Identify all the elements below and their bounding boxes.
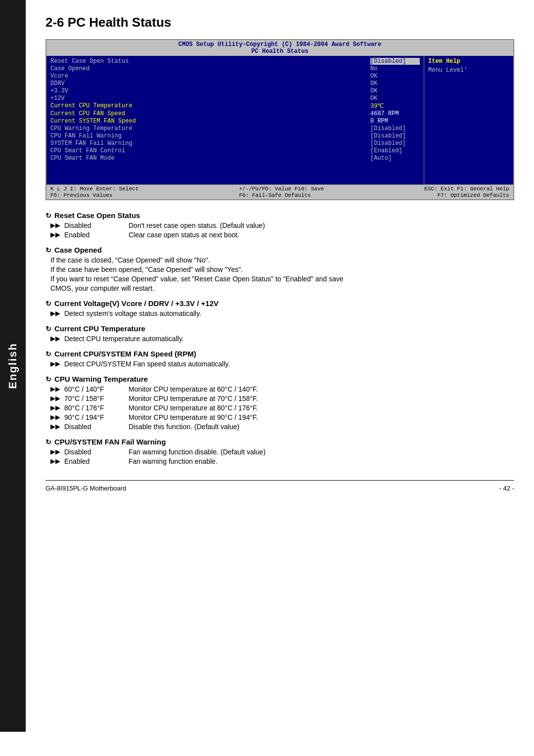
footer-col5: F6: Fail-Safe Defaults (239, 192, 311, 198)
section-item: ▶▶Detect CPU/SYSTEM Fan speed status aut… (50, 360, 514, 368)
page-title: 2-6 PC Health Status (45, 15, 514, 30)
footer-model: GA-8I915PL-G Motherboard (45, 485, 126, 492)
bios-row-value: [Enabled] (370, 147, 420, 154)
bios-row-label: CPU Smart FAN Mode (50, 155, 115, 162)
section-paragraph: If the case is closed, "Case Opened" wil… (50, 256, 514, 264)
item-help-text: Menu Level' (428, 67, 509, 74)
section-item: ▶▶DisabledDisable this function. (Defaul… (50, 423, 514, 431)
item-help-title: Item Help (428, 58, 509, 65)
bios-row-label: +12V (50, 95, 65, 102)
section-paragraph: If the case have been opened, "Case Open… (50, 266, 514, 273)
section-body: ▶▶60°C / 140°FMonitor CPU temperature at… (50, 385, 514, 431)
bios-row-label: Current SYSTEM FAN Speed (50, 118, 136, 125)
section-body: ▶▶Detect system's voltage status automat… (50, 310, 514, 317)
sections-container: Reset Case Open Status▶▶DisabledDon't re… (45, 211, 514, 465)
bios-right: Item Help Menu Level' (424, 56, 513, 184)
bios-row-label: Current CPU FAN Speed (50, 110, 125, 117)
section-item-desc: Monitor CPU temperature at 80°C / 176°F. (129, 404, 514, 412)
bios-row: +3.3VOK (50, 88, 420, 94)
section-item-desc: Fan warning function disable. (Default v… (129, 448, 514, 456)
section-current-fan-speed: Current CPU/SYSTEM FAN Speed (RPM)▶▶Dete… (45, 350, 514, 368)
section-body: ▶▶Detect CPU/SYSTEM Fan speed status aut… (50, 360, 514, 368)
section-item-desc: Fan warning function enable. (129, 457, 514, 465)
section-item-name: 60°C / 140°F (64, 385, 129, 393)
section-item: ▶▶90°C / 194°FMonitor CPU temperature at… (50, 413, 514, 421)
bios-body: Reset Case Open Status[Disabled]Case Ope… (46, 56, 513, 184)
section-body: ▶▶DisabledFan warning function disable. … (50, 448, 514, 465)
bios-row: Current CPU FAN Speed4687 RPM (50, 110, 420, 117)
section-title: Case Opened (45, 246, 514, 254)
bios-row: Current SYSTEM FAN Speed0 RPM (50, 118, 420, 125)
section-item: ▶▶EnabledFan warning function enable. (50, 457, 514, 465)
section-body: ▶▶Detect CPU temperature automatically. (50, 335, 514, 343)
section-item-desc: Detect system's voltage status automatic… (64, 310, 514, 317)
section-body: ▶▶DisabledDon't reset case open status. … (50, 222, 514, 239)
footer-page: - 42 - (499, 485, 514, 492)
section-item-arrow: ▶▶ (50, 423, 60, 431)
bios-row-label: Case Opened (50, 65, 89, 72)
section-item-name: Enabled (64, 457, 129, 465)
section-reset-case: Reset Case Open Status▶▶DisabledDon't re… (45, 211, 514, 239)
section-title-text: CPU Warning Temperature (54, 375, 148, 383)
section-item-arrow: ▶▶ (50, 404, 60, 412)
section-item-arrow: ▶▶ (50, 310, 60, 317)
section-title: Reset Case Open Status (45, 211, 514, 220)
section-title-text: Current Voltage(V) Vcore / DDRV / +3.3V … (54, 299, 219, 308)
section-current-voltage: Current Voltage(V) Vcore / DDRV / +3.3V … (45, 299, 514, 317)
section-item-desc: Monitor CPU temperature at 70°C / 158°F. (129, 395, 514, 402)
section-item: ▶▶80°C / 176°FMonitor CPU temperature at… (50, 404, 514, 412)
section-title: CPU Warning Temperature (45, 375, 514, 383)
section-item: ▶▶EnabledClear case open status at next … (50, 231, 514, 239)
bios-row-value: OK (370, 80, 420, 87)
section-cpu-warning-temp: CPU Warning Temperature▶▶60°C / 140°FMon… (45, 375, 514, 431)
bios-row-value: [Disabled] (370, 125, 420, 132)
bios-row-label: Current CPU Temperature (50, 102, 133, 110)
section-case-opened: Case OpenedIf the case is closed, "Case … (45, 246, 514, 292)
bios-row-label: Reset Case Open Status (50, 58, 129, 65)
bios-row-value: OK (370, 88, 420, 94)
bios-header: CMOS Setup Utility-Copyright (C) 1984-20… (46, 40, 513, 56)
section-item: ▶▶Detect CPU temperature automatically. (50, 335, 514, 343)
section-item: ▶▶Detect system's voltage status automat… (50, 310, 514, 317)
section-item: ▶▶DisabledDon't reset case open status. … (50, 222, 514, 229)
section-item-desc: Disable this function. (Default value) (129, 423, 514, 431)
sidebar-label: English (6, 343, 19, 389)
section-item-arrow: ▶▶ (50, 395, 60, 402)
section-title-text: CPU/SYSTEM FAN Fail Warning (54, 438, 166, 446)
footer-col3: ESC: Exit F1: General Help (424, 186, 509, 192)
bios-row: Current CPU Temperature39℃ (50, 102, 420, 110)
bios-row: CPU Smart FAN Mode[Auto] (50, 155, 420, 162)
footer-col6: F7: Optimized Defaults (438, 192, 509, 198)
section-item-arrow: ▶▶ (50, 448, 60, 456)
bios-header-line1: CMOS Setup Utility-Copyright (C) 1984-20… (46, 41, 513, 48)
footer-col1: K L J I: Move Enter: Select (50, 186, 138, 192)
section-current-cpu-temp: Current CPU Temperature▶▶Detect CPU temp… (45, 324, 514, 343)
section-item-name: Enabled (64, 231, 129, 239)
section-item: ▶▶70°C / 158°FMonitor CPU temperature at… (50, 395, 514, 402)
bios-header-line2: PC Health Status (46, 48, 513, 55)
bios-row: CPU FAN Fail Warning[Disabled] (50, 133, 420, 139)
bios-row: Case OpenedNo (50, 65, 420, 72)
bios-row-label: SYSTEM FAN Fail Warning (50, 140, 133, 147)
bios-row-value: [Disabled] (370, 140, 420, 147)
section-item-name: 70°C / 158°F (64, 395, 129, 402)
bios-row-label: CPU FAN Fail Warning (50, 133, 122, 139)
bios-row: CPU Smart FAN Control[Enabled] (50, 147, 420, 154)
page-footer: GA-8I915PL-G Motherboard - 42 - (45, 480, 514, 492)
section-title: Current CPU/SYSTEM FAN Speed (RPM) (45, 350, 514, 358)
section-title-text: Reset Case Open Status (54, 211, 140, 220)
bios-row-value: [Auto] (370, 155, 420, 162)
bios-row: CPU Warning Temperature[Disabled] (50, 125, 420, 132)
section-title: Current Voltage(V) Vcore / DDRV / +3.3V … (45, 299, 514, 308)
section-item-arrow: ▶▶ (50, 413, 60, 421)
section-item-arrow: ▶▶ (50, 385, 60, 393)
section-item-name: Disabled (64, 423, 129, 431)
bios-screen: CMOS Setup Utility-Copyright (C) 1984-20… (45, 39, 514, 200)
section-item-desc: Monitor CPU temperature at 60°C / 140°F. (129, 385, 514, 393)
section-item-arrow: ▶▶ (50, 335, 60, 343)
section-paragraph: If you want to reset "Case Opened" value… (50, 275, 514, 283)
section-item: ▶▶60°C / 140°FMonitor CPU temperature at… (50, 385, 514, 393)
section-item-name: 90°C / 194°F (64, 413, 129, 421)
bios-row: +12VOK (50, 95, 420, 102)
section-title: Current CPU Temperature (45, 324, 514, 333)
